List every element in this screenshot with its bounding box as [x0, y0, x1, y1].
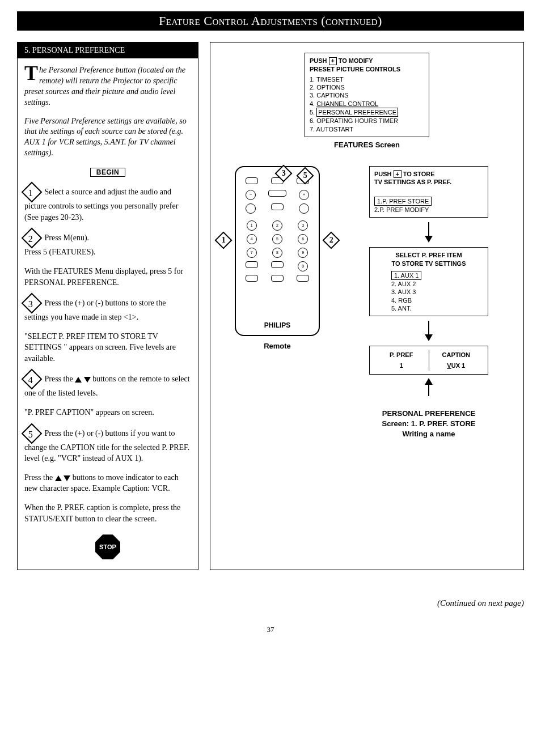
stop-icon: STOP — [95, 534, 120, 559]
store-subtitle: TV SETTINGS AS P. PREF. — [374, 178, 483, 186]
features-screen-area: PUSH + TO MODIFY PRESET PICTURE CONTROLS… — [305, 53, 429, 149]
select-screen-box: SELECT P. PREF ITEM TO STORE TV SETTINGS… — [369, 247, 488, 316]
step-3b: "SELECT P. PREF ITEM TO STORE TV SETTING… — [24, 331, 191, 364]
diamond-icon: 1 — [22, 182, 43, 203]
remote-label: Remote — [221, 342, 334, 350]
select-item: 4. RGB — [391, 296, 483, 304]
step-5-text: Press the (+) or (-) buttons if you want… — [24, 429, 189, 462]
section-number: 5. — [24, 46, 31, 54]
remote-button — [268, 190, 286, 197]
diamond-icon: 3 — [22, 293, 43, 314]
caption-h2: CAPTION — [429, 350, 484, 360]
store-screen: PUSH + TO STORE TV SETTINGS AS P. PREF. … — [369, 166, 488, 218]
store-options: 1.P. PREF STORE 2.P. PREF MODIFY — [374, 197, 483, 214]
menu-item: 4. CHANNEL CONTROL — [310, 100, 424, 108]
step-2: 2 Press M(enu). Press 5 (FEATURES). — [24, 231, 191, 258]
store-screen-box: PUSH + TO STORE TV SETTINGS AS P. PREF. … — [369, 166, 488, 218]
remote-button: + — [299, 190, 309, 200]
triangle-down-icon — [84, 377, 91, 383]
menu-item: 7. AUTOSTART — [310, 125, 424, 133]
intro-text-1: he Personal Preference button (located o… — [24, 66, 185, 107]
main-content: 5. PERSONAL PREFERENCE The Personal Pref… — [17, 42, 524, 570]
step-3-text: Press the (+) or (-) buttons to store th… — [24, 299, 166, 321]
remote-button — [271, 275, 284, 282]
callout-2: 2 — [325, 234, 337, 247]
features-screen-label: FEATURES Screen — [305, 141, 429, 149]
caption-screen-box: P. PREF CAPTION 1 VUX 1 — [369, 346, 488, 375]
remote-button: 2 — [272, 220, 282, 231]
plus-icon: + — [394, 170, 401, 178]
caption-v1: 1 — [374, 360, 429, 371]
remote-button — [299, 203, 309, 214]
push-modify-line: PUSH + TO MODIFY — [310, 57, 424, 65]
menu-item: 3. CAPTIONS — [310, 91, 424, 99]
step-1-text: Select a source and adjust the audio and… — [24, 188, 178, 221]
section-title: PERSONAL PREFERENCE — [32, 46, 125, 54]
page-number: 37 — [17, 625, 524, 634]
features-screen-box: PUSH + TO MODIFY PRESET PICTURE CONTROLS… — [305, 53, 429, 137]
remote-button — [246, 275, 258, 282]
select-item: 5. ANT. — [391, 304, 483, 312]
select-screen: SELECT P. PREF ITEM TO STORE TV SETTINGS… — [369, 247, 488, 316]
arrow-up-icon — [344, 378, 513, 396]
step-2-line2: Press 5 (FEATURES). — [24, 248, 96, 256]
select-item: 2. AUX 2 — [391, 280, 483, 288]
pp-caption: PERSONAL PREFERENCE Screen: 1. P. PREF. … — [344, 409, 513, 440]
triangle-up-icon — [75, 377, 82, 383]
remote-button — [246, 177, 258, 184]
step-4b: "P. PREF CAPTION" appears on screen. — [24, 407, 191, 418]
remote-button — [246, 261, 258, 268]
arrow-down-icon — [344, 321, 513, 341]
remote-button: 7 — [247, 248, 257, 258]
features-menu-list: 1. TIMESET 2. OPTIONS 3. CAPTIONS 4. CHA… — [310, 75, 424, 133]
plus-icon: + — [329, 57, 337, 65]
triangle-up-icon — [55, 475, 62, 481]
begin-row: BEGIN — [24, 168, 191, 177]
remote-button: 1 — [247, 220, 257, 231]
store-opt-1: 1.P. PREF STORE — [374, 197, 432, 206]
remote-button: 3 — [298, 220, 308, 231]
menu-item: 1. TIMESET — [310, 75, 424, 83]
select-item: 1. AUX 1 — [391, 271, 421, 280]
remote-button: 8 — [272, 248, 282, 258]
lower-diagram: − + 1 2 3 4 5 6 — [221, 166, 513, 440]
right-column: PUSH + TO MODIFY PRESET PICTURE CONTROLS… — [210, 42, 524, 570]
callout-1: 1 — [217, 234, 230, 247]
menu-item: 5. PERSONAL PREFERENCE — [310, 108, 424, 117]
select-line1: SELECT P. PREF ITEM — [374, 251, 483, 259]
callout-5: 5 — [299, 169, 311, 182]
intro-paragraph-2: Five Personal Preference settings are av… — [24, 116, 191, 159]
remote-button — [246, 203, 256, 214]
step-5c: When the P. PREF. caption is complete, p… — [24, 502, 191, 524]
step-2b: With the FEATURES Menu displayed, press … — [24, 266, 191, 288]
remote-button — [271, 203, 284, 210]
step-1: 1 Select a source and adjust the audio a… — [24, 185, 191, 223]
continued-note: (Continued on next page) — [17, 598, 524, 608]
triangle-down-icon — [64, 475, 70, 481]
step-2-line1: Press M(enu). — [45, 234, 90, 243]
step-4-before: Press the — [45, 375, 75, 384]
step-4: 4 Press the buttons on the remote to sel… — [24, 372, 191, 399]
caption-v2: VUX 1 — [429, 360, 484, 371]
menu-item: 6. OPERATING HOURS TIMER — [310, 117, 424, 125]
preset-subtitle: PRESET PICTURE CONTROLS — [310, 65, 424, 73]
remote-button — [297, 275, 309, 282]
remote-button: 6 — [298, 234, 308, 244]
right-screens: PUSH + TO STORE TV SETTINGS AS P. PREF. … — [344, 166, 513, 440]
section-header: 5. PERSONAL PREFERENCE — [18, 43, 198, 58]
caption-value-row: 1 VUX 1 — [374, 360, 483, 371]
page-title: Feature Control Adjustments (continued) — [159, 14, 382, 28]
remote-button: 0 — [298, 261, 308, 271]
pp-caption-l1: PERSONAL PREFERENCE — [344, 409, 513, 419]
begin-label: BEGIN — [90, 168, 126, 177]
intro-paragraph-1: The Personal Preference button (located … — [24, 65, 191, 108]
diamond-icon: 5 — [22, 423, 43, 444]
page-header: Feature Control Adjustments (continued) — [17, 11, 524, 31]
diamond-icon: 4 — [22, 369, 43, 390]
callout-3: 3 — [277, 167, 290, 180]
remote-button: − — [246, 190, 256, 200]
select-items: 1. AUX 1 2. AUX 2 3. AUX 3 4. RGB 5. ANT… — [391, 271, 483, 312]
caption-h1: P. PREF — [374, 350, 429, 360]
menu-item: 2. OPTIONS — [310, 83, 424, 91]
left-column: 5. PERSONAL PREFERENCE The Personal Pref… — [17, 42, 198, 570]
